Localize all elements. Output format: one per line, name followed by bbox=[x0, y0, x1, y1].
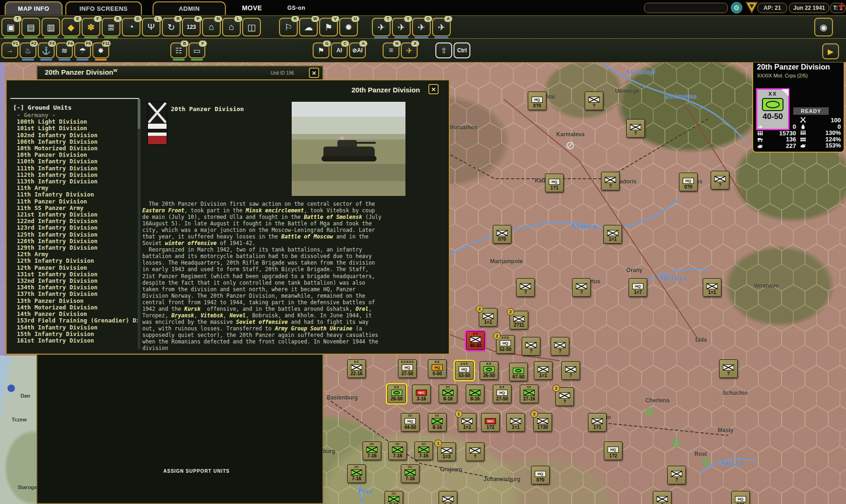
list-item[interactable]: 153rd Field Training (Grenadier) Di bbox=[17, 317, 139, 324]
list-item[interactable]: 10th Panzer Division bbox=[17, 152, 139, 158]
unit-counter[interactable]: ? bbox=[522, 337, 540, 356]
amphibious-icon[interactable]: ≋F4 bbox=[56, 42, 73, 58]
unit-counter[interactable]: ? bbox=[551, 337, 569, 356]
air-directive-flag-icon[interactable]: ⚑G bbox=[313, 42, 329, 58]
unit-counter[interactable]: 1=1 bbox=[506, 413, 525, 432]
unit-counter[interactable]: III7-16 bbox=[401, 464, 420, 483]
air-mission-icon[interactable]: ✈X bbox=[401, 42, 418, 58]
unit-counter[interactable]: 1=1 bbox=[703, 278, 721, 297]
list-item[interactable]: 122nd Infantry Division bbox=[17, 218, 139, 224]
list-item[interactable]: 101st Light Division bbox=[17, 125, 139, 132]
bombard-icon[interactable]: ✸F11 bbox=[92, 42, 109, 58]
ctrl-key-icon[interactable]: Ctrl bbox=[454, 42, 470, 58]
list-item[interactable]: 126th Infantry Division bbox=[17, 238, 139, 245]
list-scrollbar[interactable] bbox=[138, 99, 140, 349]
unit-counter[interactable]: ? bbox=[601, 172, 620, 190]
unit-counter[interactable]: ? bbox=[572, 278, 591, 297]
unit-counter[interactable]: III7-16 bbox=[414, 441, 433, 460]
tab-gs-on[interactable]: GS-on bbox=[282, 1, 310, 14]
list-item[interactable]: 102nd Infantry Division bbox=[17, 132, 139, 139]
list-item[interactable]: 11th Army bbox=[17, 185, 139, 191]
unit-counter[interactable]: HQ1?1 bbox=[545, 174, 564, 192]
unit-panel-hq[interactable]: XXXIX Mot. Crps (2/5) bbox=[757, 73, 808, 78]
list-item[interactable]: 13th Panzer Divison bbox=[17, 298, 139, 304]
list-item[interactable]: 111th Infantry Division bbox=[17, 165, 139, 172]
fort-gear-icon[interactable]: ✽F bbox=[82, 18, 100, 36]
list-item[interactable]: 132nd Infantry Division bbox=[17, 278, 139, 284]
unit-counter[interactable]: 1=31 bbox=[437, 442, 456, 461]
list-item[interactable]: 112th Infantry Division bbox=[17, 172, 139, 178]
compass-icon[interactable]: ◉ bbox=[814, 18, 833, 36]
tab-info-screens[interactable]: INFO SCREENS bbox=[65, 1, 142, 15]
unit-counter[interactable]: XX40-50 bbox=[466, 331, 485, 350]
unit-counter[interactable]: ? bbox=[653, 491, 671, 504]
city-ai-icon[interactable]: AIC bbox=[331, 42, 348, 58]
victory-flag-icon[interactable]: ⚑V bbox=[319, 18, 338, 36]
air-transfer-icon[interactable]: ✈T bbox=[372, 18, 391, 36]
close-icon[interactable]: ✕ bbox=[309, 68, 319, 78]
unit-counter[interactable]: ?2 bbox=[555, 387, 574, 406]
explosion-icon[interactable]: ✹U bbox=[339, 18, 358, 36]
list-item[interactable]: 14th Panzer Division bbox=[17, 311, 139, 317]
shift-key-icon[interactable]: ⇧ bbox=[435, 42, 452, 58]
scrollbar-thumb[interactable] bbox=[138, 99, 140, 129]
naval-transport-icon[interactable]: ⚓F3 bbox=[38, 42, 55, 58]
assign-support-units-button[interactable]: ASSIGN SUPPORT UNITS bbox=[163, 469, 230, 474]
tab-map-info[interactable]: MAP INFO bbox=[5, 1, 63, 15]
unit-counter[interactable]: XXHQ27-50 bbox=[493, 385, 511, 403]
list-item[interactable]: 15th Infantry Division bbox=[17, 331, 139, 337]
air-recon-icon[interactable]: ✈Y bbox=[392, 18, 411, 36]
settings-gear-icon[interactable]: ⚙ bbox=[731, 2, 742, 14]
unit-counter[interactable]: ? bbox=[626, 119, 645, 138]
list-item[interactable]: 12th Panzer Division bbox=[17, 265, 139, 271]
unit-counter[interactable]: ? bbox=[516, 278, 535, 297]
railroad-icon[interactable]: ≣R bbox=[102, 18, 120, 36]
signpost-icon[interactable]: ⚐R bbox=[279, 18, 298, 36]
production-notes-icon[interactable]: ≡N bbox=[383, 42, 399, 58]
list-item[interactable]: 154th Infantry Division bbox=[17, 324, 139, 331]
unit-counter[interactable]: 8-16 bbox=[466, 385, 484, 403]
hex-info-icon[interactable]: ◆E bbox=[62, 18, 80, 36]
list-item[interactable]: 100th Light Division bbox=[17, 119, 139, 125]
list-item[interactable]: 121st Infantry Division bbox=[17, 211, 139, 218]
list-item[interactable]: 106th Infantry Division bbox=[17, 139, 139, 145]
next-arrow-icon[interactable]: ▶ bbox=[822, 43, 839, 59]
unit-counter[interactable]: IIIHQ44-50 bbox=[401, 413, 420, 432]
list-item[interactable]: 137th Infantry Division bbox=[17, 291, 139, 297]
unit-counter[interactable]: HQ0?0 bbox=[731, 491, 750, 504]
refresh-icon[interactable]: ↻R bbox=[162, 18, 181, 36]
factory-icon[interactable]: ⌂N bbox=[202, 18, 221, 36]
list-item[interactable]: 110th Infantry Division bbox=[17, 158, 139, 165]
unit-counter[interactable]: III27-16 bbox=[520, 385, 538, 403]
unit-counter[interactable]: ? bbox=[466, 442, 484, 461]
list-item[interactable]: 14th Motorized Division bbox=[17, 304, 139, 311]
list-item[interactable]: 11th Infantry Division bbox=[17, 191, 139, 198]
air-attack-icon[interactable]: ✈A bbox=[432, 18, 451, 36]
list-item[interactable]: 12th Infantry Division bbox=[17, 258, 139, 264]
unit-counter[interactable]: 67-50 bbox=[509, 363, 528, 381]
list-item[interactable]: 123rd Infantry Division bbox=[17, 224, 139, 231]
list-item[interactable]: 134th Infantry Division bbox=[17, 284, 139, 291]
unit-counter[interactable]: 1=11 bbox=[458, 413, 476, 432]
numbers-icon[interactable]: 123P bbox=[182, 18, 201, 36]
unit-counter[interactable]: 1=1 bbox=[534, 361, 552, 380]
unit-counter[interactable]: SEC3-16 bbox=[412, 385, 431, 403]
unit-counter[interactable]: HQ1?2 bbox=[604, 441, 622, 460]
list-item[interactable]: 131st Infantry Division bbox=[17, 271, 139, 278]
list-item[interactable]: 161st Infantry Divison bbox=[17, 337, 139, 344]
map-pages-icon[interactable]: ▥ bbox=[42, 18, 60, 36]
clock-bomb-icon[interactable]: ◔D bbox=[122, 18, 140, 36]
unit-counter[interactable]: XX26-50 bbox=[480, 361, 498, 380]
unit-counter[interactable]: III7-16 bbox=[347, 464, 366, 483]
tab-admin[interactable]: ADMIN bbox=[153, 1, 226, 15]
unit-counter[interactable]: HQ0?0 bbox=[679, 173, 698, 191]
list-item[interactable]: 11th SS Panzer Army bbox=[17, 205, 139, 211]
unit-counter[interactable]: XXXHQ53-50 bbox=[455, 361, 474, 380]
unit-counter[interactable]: ? bbox=[667, 466, 686, 484]
rail-car-icon[interactable]: ▭F bbox=[189, 42, 205, 58]
unit-counter[interactable]: III8-16 bbox=[439, 385, 457, 403]
unit-counter[interactable]: III7-16 bbox=[363, 441, 381, 460]
unit-counter[interactable]: 1=12 bbox=[479, 308, 497, 327]
search-input[interactable] bbox=[644, 3, 728, 13]
unit-counter[interactable]: HQ1=7 bbox=[629, 278, 647, 297]
